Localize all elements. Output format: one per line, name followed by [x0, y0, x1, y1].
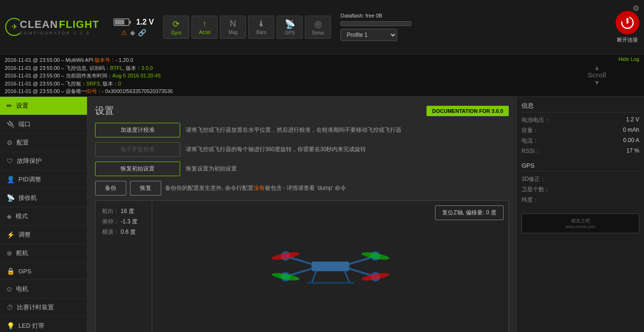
accel-cal-row: 加速度计校准 请将飞控或飞行器放置在水平位置，然后进行校准，在校准期间不要移动飞… [95, 123, 509, 137]
reset-zaxis-button[interactable]: 复位Z轴, 偏移量: 0 度 [435, 205, 504, 220]
sidebar-item-motor[interactable]: ⊙ 电机 [0, 280, 87, 298]
hide-log-button[interactable]: Hide Log [618, 56, 639, 62]
watermark-url: www.moz8.com [526, 224, 635, 229]
info-title: 信息 [522, 102, 639, 112]
battery-voltage: 1.2 V [136, 18, 154, 26]
baro-icon: 🌡 [257, 19, 266, 29]
sidebar-item-laptimer[interactable]: ⏱ 比赛计时装置 [0, 298, 87, 317]
reset-defaults-button[interactable]: 恢复初始设置 [95, 162, 180, 176]
rssi-row: RSSI： 17 % [522, 147, 639, 155]
pid-icon: 👤 [7, 176, 15, 183]
sidebar-label-laptimer: 比赛计时装置 [17, 303, 54, 312]
voltage-row: 电池电压： 1.2 V [522, 116, 639, 124]
orientation-data-panel: 航向： 16 度 俯仰： -1.3 度 横滚： 0.6 度 [96, 201, 152, 332]
svg-line-20 [312, 271, 316, 283]
main-layout: ✏ 设置 🔌 端口 ⚙ 配置 🛡 故障保护 👤 PID调整 📡 接收机 ◈ 模式… [0, 97, 644, 332]
satellites-label: 卫星个数： [522, 186, 550, 194]
sidebar-label-motor: 电机 [16, 285, 28, 293]
log-line-3: 2016-11-01 @ 23:55:00 – 当前固件发布时间：Aug 5 2… [5, 72, 639, 80]
compass-calibrate-button[interactable]: 电子罗盘校准 [95, 142, 180, 157]
documentation-button[interactable]: DOCUMENTATION FOR 3.0.0 [426, 106, 509, 116]
sidebar-item-settings[interactable]: ✏ 设置 [0, 97, 87, 115]
current-value: 0.00 A [623, 137, 639, 145]
battery-icon [113, 17, 132, 27]
voltage-label: 电池电压： [522, 116, 550, 124]
capacity-row: 容量： 0 mAh [522, 127, 639, 135]
accel-icon: ↑ [202, 19, 207, 29]
current-row: 电流： 0.00 A [522, 137, 639, 145]
scroll-indicator: ▲ Scroll ▼ [588, 64, 606, 86]
config-icon: ⚙ [7, 139, 13, 146]
heading-value: 16 度 [121, 208, 134, 214]
modes-icon: ◈ [7, 213, 12, 220]
reset-defaults-row: 恢复初始设置 恢复设置为初始设置 [95, 162, 509, 176]
svg-text:✈: ✈ [11, 23, 17, 31]
sidebar-item-gps[interactable]: 🔒 GPS [0, 263, 87, 280]
sidebar: ✏ 设置 🔌 端口 ⚙ 配置 🛡 故障保护 👤 PID调整 📡 接收机 ◈ 模式… [0, 97, 87, 332]
latitude-row: 纬度： [522, 196, 639, 204]
satellites-row: 卫星个数： [522, 186, 639, 194]
backup-description: 备份你的配置发生意外, 命令行配置没有被包含 - 详情请查看 'dump' 命令 [165, 184, 346, 192]
sidebar-item-servos[interactable]: ⊕ 舵机 [0, 244, 87, 263]
orientation-3d-view: 复位Z轴, 偏移量: 0 度 [152, 201, 508, 332]
sensor-btn-gps[interactable]: 📡 GPS [277, 16, 303, 39]
sidebar-label-settings: 设置 [16, 102, 28, 110]
compass-cal-description: 请将飞控或飞行器的每个轴进行360度旋转，你需要在30秒内来完成旋转 [186, 145, 366, 153]
sensor-btn-baro[interactable]: 🌡 Baro [248, 16, 274, 39]
sidebar-item-config[interactable]: ⚙ 配置 [0, 134, 87, 152]
drone-svg [260, 238, 401, 295]
dataflash-title: Dataflash: free 0B [340, 13, 411, 18]
roll-row: 横滚： 0.6 度 [102, 228, 145, 236]
page-title-text: 设置 [95, 104, 114, 117]
backup-button[interactable]: 备份 [95, 181, 126, 196]
sidebar-item-modes[interactable]: ◈ 模式 [0, 207, 87, 226]
dataflash-bar [340, 21, 411, 26]
right-panel: 信息 电池电压： 1.2 V 容量： 0 mAh 电流： 0.00 A RSSI… [516, 97, 644, 332]
sidebar-item-led[interactable]: 💡 LED 灯带 [0, 317, 87, 332]
gyro-icon: ⟳ [173, 19, 180, 29]
log-line-2: 2016-11-01 @ 23:55:00 – 飞控信息, 识别码：BTFL, … [5, 64, 639, 72]
reset-defaults-description: 恢复设置为初始设置 [186, 165, 237, 173]
sensor-btn-sonar[interactable]: ◎ Sonar [305, 16, 331, 39]
sensor-buttons: ⟳ Gyro ↑ Accel N Mag 🌡 Baro 📡 GPS ◎ Sona… [163, 16, 331, 39]
rssi-value: 17 % [627, 147, 639, 155]
disconnect-label: 断开连接 [617, 36, 638, 43]
sidebar-label-pid: PID调整 [18, 175, 41, 184]
failsafe-icon: 🛡 [7, 157, 13, 165]
profile-select[interactable]: Profile 1 Profile 2 Profile 3 [340, 29, 397, 41]
settings-gear-icon[interactable]: ⚙ [633, 4, 639, 13]
info-section: 信息 电池电压： 1.2 V 容量： 0 mAh 电流： 0.00 A RSSI… [522, 102, 639, 155]
sidebar-item-adjustments[interactable]: ⚡ 调整 [0, 226, 87, 244]
sidebar-label-port: 端口 [18, 120, 31, 128]
sensor-btn-accel[interactable]: ↑ Accel [191, 16, 218, 39]
disconnect-icon [616, 11, 639, 34]
gps-panel-title: GPS [522, 162, 639, 171]
fix3d-label: 3D修正： [522, 175, 546, 183]
laptimer-icon: ⏱ [7, 304, 13, 311]
pitch-row: 俯仰： -1.3 度 [102, 218, 145, 226]
roll-value: 0.6 度 [121, 229, 136, 235]
logo-icon: ✈ [5, 17, 20, 36]
gps-sidebar-icon: 🔒 [7, 267, 15, 275]
watermark-text: 模友之吧 [526, 218, 635, 224]
sidebar-label-servos: 舵机 [16, 249, 28, 257]
backup-restore-row: 备份 恢复 备份你的配置发生意外, 命令行配置没有被包含 - 详情请查看 'du… [95, 181, 509, 196]
sidebar-item-pid[interactable]: 👤 PID调整 [0, 170, 87, 189]
sensor-btn-gyro[interactable]: ⟳ Gyro [163, 16, 189, 39]
sidebar-label-adjustments: 调整 [18, 230, 31, 239]
capacity-value: 0 mAh [623, 127, 639, 135]
restore-button[interactable]: 恢复 [130, 181, 161, 196]
svg-line-21 [345, 271, 349, 283]
sensor-btn-mag[interactable]: N Mag [220, 16, 246, 39]
logo-clean: CLEAN [20, 18, 58, 31]
capacity-label: 容量： [522, 127, 539, 135]
rssi-label: RSSI： [522, 147, 540, 155]
disconnect-button[interactable]: 断开连接 [616, 11, 639, 43]
page-title-row: 设置 DOCUMENTATION FOR 3.0.0 [95, 104, 509, 117]
sidebar-item-failsafe[interactable]: 🛡 故障保护 [0, 152, 87, 170]
sidebar-item-receiver[interactable]: 📡 接收机 [0, 189, 87, 207]
link-icon: 🔗 [138, 29, 146, 36]
logo-flight: FLIGHT [59, 18, 99, 31]
accel-calibrate-button[interactable]: 加速度计校准 [95, 123, 180, 137]
sidebar-item-port[interactable]: 🔌 端口 [0, 115, 87, 134]
